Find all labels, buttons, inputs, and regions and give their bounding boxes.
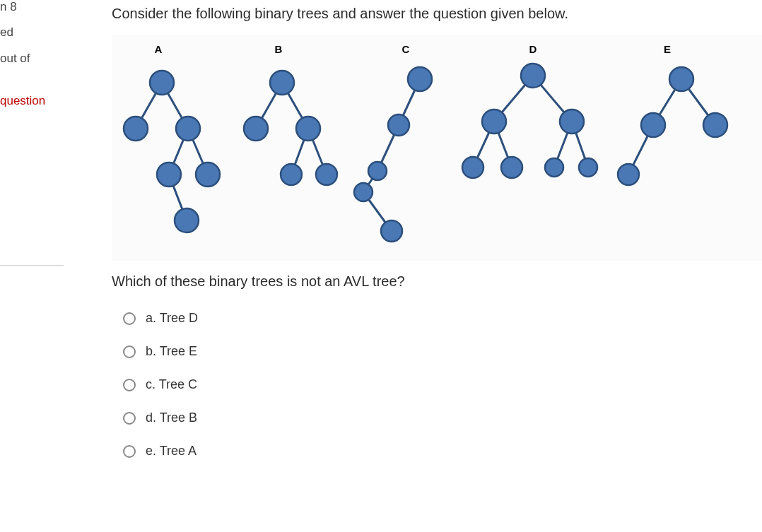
svg-point-16 — [244, 117, 268, 141]
sidebar: n 8 ed out of question — [0, 0, 69, 532]
choice-d-label: d. Tree B — [146, 410, 197, 425]
svg-point-25 — [388, 114, 409, 136]
svg-point-17 — [296, 117, 320, 141]
svg-point-18 — [281, 164, 302, 185]
choice-a-label: a. Tree D — [146, 311, 198, 326]
choice-b[interactable]: b. Tree E — [123, 344, 762, 359]
tree-label-b: B — [275, 43, 283, 55]
trees-svg: A B C D E — [116, 40, 762, 252]
svg-point-36 — [482, 110, 506, 134]
tree-a — [124, 71, 220, 232]
side-text-2: out of — [0, 52, 64, 66]
choice-e-label: e. Tree A — [146, 444, 197, 459]
choice-c[interactable]: c. Tree C — [123, 377, 762, 392]
answer-choices: a. Tree D b. Tree E c. Tree C d. Tree B … — [123, 311, 762, 459]
question-number: n 8 — [0, 0, 64, 14]
svg-point-45 — [669, 67, 693, 91]
svg-point-8 — [157, 162, 181, 187]
choice-c-label: c. Tree C — [146, 377, 197, 392]
tree-label-c: C — [402, 43, 410, 55]
svg-point-26 — [368, 162, 387, 180]
svg-point-37 — [560, 110, 584, 134]
svg-point-15 — [270, 71, 294, 95]
svg-point-5 — [150, 71, 174, 95]
question-text: Which of these binary trees is not an AV… — [112, 273, 762, 290]
choice-d[interactable]: d. Tree B — [123, 410, 762, 425]
svg-point-7 — [176, 117, 200, 141]
svg-point-27 — [354, 183, 373, 201]
trees-figure: A B C D E — [112, 35, 762, 261]
tree-label-d: D — [529, 43, 537, 55]
radio-a[interactable] — [123, 312, 136, 325]
svg-point-10 — [175, 208, 199, 232]
svg-point-24 — [408, 67, 432, 91]
question-body: Consider the following binary trees and … — [69, 0, 762, 532]
radio-b[interactable] — [123, 345, 136, 358]
radio-e[interactable] — [123, 445, 136, 458]
tree-e — [618, 67, 727, 185]
svg-point-39 — [501, 157, 522, 178]
choice-e[interactable]: e. Tree A — [123, 444, 762, 459]
divider — [0, 264, 64, 266]
tree-b — [244, 71, 337, 185]
svg-point-41 — [579, 158, 597, 177]
svg-point-46 — [641, 113, 665, 137]
tree-d — [462, 64, 597, 178]
question-prompt: Consider the following binary trees and … — [112, 6, 762, 22]
tree-label-a: A — [155, 43, 163, 55]
flag-question-link[interactable]: question — [0, 94, 64, 108]
svg-point-19 — [316, 164, 337, 185]
choice-a[interactable]: a. Tree D — [123, 311, 762, 326]
side-text-1: ed — [0, 25, 64, 40]
svg-point-40 — [545, 158, 563, 177]
radio-c[interactable] — [123, 379, 136, 391]
choice-b-label: b. Tree E — [146, 344, 197, 359]
tree-c — [354, 67, 432, 242]
svg-point-6 — [124, 117, 148, 141]
svg-point-28 — [381, 220, 402, 242]
tree-label-e: E — [664, 43, 671, 55]
svg-point-47 — [703, 113, 727, 137]
svg-point-48 — [618, 164, 639, 185]
svg-point-9 — [196, 162, 220, 187]
svg-point-35 — [521, 64, 545, 88]
svg-point-38 — [462, 157, 483, 178]
radio-d[interactable] — [123, 412, 136, 425]
